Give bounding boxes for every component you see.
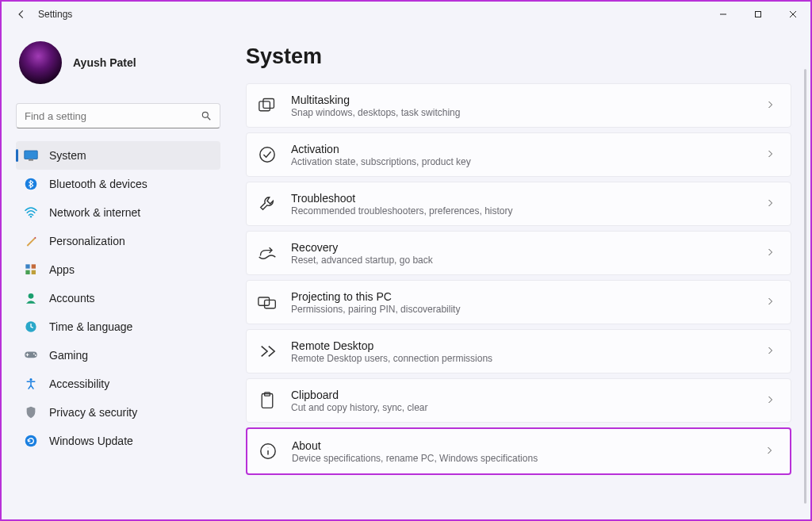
profile[interactable]: Ayush Patel <box>16 41 220 84</box>
card-title: Troubleshoot <box>291 192 751 205</box>
personalization-icon <box>24 234 38 248</box>
svg-point-18 <box>35 354 36 356</box>
maximize-button[interactable] <box>741 2 776 26</box>
sidebar-item-label: Gaming <box>49 349 88 362</box>
card-subtitle: Cut and copy history, sync, clear <box>291 402 751 413</box>
svg-point-4 <box>202 112 208 117</box>
card-multitasking[interactable]: MultitaskingSnap windows, desktops, task… <box>246 83 791 128</box>
card-text: MultitaskingSnap windows, desktops, task… <box>291 94 751 118</box>
sidebar-item-gaming[interactable]: Gaming <box>16 341 220 370</box>
sidebar-item-label: System <box>49 149 86 162</box>
bluetooth-icon <box>24 177 38 191</box>
card-text: Projecting to this PCPermissions, pairin… <box>291 290 751 315</box>
window-title: Settings <box>38 9 72 20</box>
svg-rect-24 <box>259 297 270 305</box>
chevron-right-icon <box>765 395 776 406</box>
chevron-right-icon <box>765 247 776 259</box>
sidebar-item-label: Privacy & security <box>49 406 137 419</box>
close-button[interactable] <box>776 2 810 26</box>
update-icon <box>24 434 38 448</box>
gaming-icon <box>24 348 38 362</box>
card-title: Clipboard <box>291 389 751 401</box>
sidebar: Ayush Patel SystemBluetooth & devicesNet… <box>2 27 232 519</box>
card-troubleshoot[interactable]: TroubleshootRecommended troubleshooters,… <box>246 182 791 226</box>
card-title: Recovery <box>291 241 751 254</box>
card-subtitle: Permissions, pairing PIN, discoverabilit… <box>291 304 751 315</box>
profile-name: Ayush Patel <box>73 56 136 69</box>
svg-rect-13 <box>32 270 36 274</box>
sidebar-item-label: Windows Update <box>49 435 133 447</box>
sidebar-item-accounts[interactable]: Accounts <box>16 284 220 312</box>
system-icon <box>24 148 38 163</box>
scrollbar[interactable] <box>804 69 806 504</box>
card-about[interactable]: AboutDevice specifications, rename PC, W… <box>246 427 791 475</box>
svg-point-19 <box>29 378 32 381</box>
sidebar-item-bluetooth[interactable]: Bluetooth & devices <box>16 170 220 198</box>
svg-rect-25 <box>265 300 276 308</box>
minimize-button[interactable] <box>706 2 741 26</box>
svg-point-9 <box>30 216 32 217</box>
projecting-icon <box>258 293 277 312</box>
time-icon <box>24 320 38 334</box>
chevron-right-icon <box>765 100 776 111</box>
svg-rect-12 <box>25 270 29 274</box>
privacy-icon <box>24 405 38 419</box>
svg-point-23 <box>260 147 274 162</box>
chevron-right-icon <box>765 346 776 357</box>
remote-icon <box>258 342 277 361</box>
nav: SystemBluetooth & devicesNetwork & inter… <box>16 141 220 455</box>
sidebar-item-label: Personalization <box>49 235 125 247</box>
clipboard-icon <box>258 391 277 410</box>
titlebar: Settings <box>2 2 810 27</box>
svg-rect-11 <box>32 264 36 268</box>
card-text: Remote DesktopRemote Desktop users, conn… <box>291 339 751 364</box>
sidebar-item-label: Time & language <box>49 320 132 333</box>
card-recovery[interactable]: RecoveryReset, advanced startup, go back <box>246 231 791 275</box>
card-text: ClipboardCut and copy history, sync, cle… <box>291 389 751 413</box>
sidebar-item-time[interactable]: Time & language <box>16 312 220 341</box>
card-text: TroubleshootRecommended troubleshooters,… <box>291 192 751 216</box>
sidebar-item-privacy[interactable]: Privacy & security <box>16 398 220 427</box>
card-projecting[interactable]: Projecting to this PCPermissions, pairin… <box>246 280 791 324</box>
sidebar-item-system[interactable]: System <box>16 141 220 170</box>
card-text: ActivationActivation state, subscription… <box>291 143 751 167</box>
card-activation[interactable]: ActivationActivation state, subscription… <box>246 132 791 177</box>
sidebar-item-update[interactable]: Windows Update <box>16 427 220 455</box>
card-subtitle: Reset, advanced startup, go back <box>291 255 751 266</box>
chevron-right-icon <box>764 446 776 457</box>
card-title: Multitasking <box>291 94 751 106</box>
sidebar-item-network[interactable]: Network & internet <box>16 198 220 227</box>
accessibility-icon <box>24 377 38 391</box>
svg-rect-10 <box>25 264 29 268</box>
card-clipboard[interactable]: ClipboardCut and copy history, sync, cle… <box>246 378 791 423</box>
card-title: Activation <box>291 143 751 155</box>
chevron-right-icon <box>765 198 776 209</box>
sidebar-item-personalization[interactable]: Personalization <box>16 227 220 255</box>
search-box[interactable] <box>16 103 220 128</box>
page-title: System <box>246 44 791 69</box>
search-input[interactable] <box>25 110 201 122</box>
svg-point-20 <box>25 435 37 447</box>
chevron-right-icon <box>765 149 776 160</box>
chevron-right-icon <box>765 297 776 308</box>
multitasking-icon <box>258 96 277 115</box>
svg-point-17 <box>33 353 35 354</box>
search-icon <box>201 110 212 121</box>
svg-rect-6 <box>25 151 38 159</box>
apps-icon <box>24 262 38 277</box>
troubleshoot-icon <box>258 194 277 213</box>
sidebar-item-label: Network & internet <box>49 206 140 219</box>
sidebar-item-accessibility[interactable]: Accessibility <box>16 370 220 398</box>
svg-point-14 <box>29 293 34 299</box>
back-button[interactable] <box>16 9 27 20</box>
svg-rect-1 <box>756 12 761 17</box>
card-subtitle: Device specifications, rename PC, Window… <box>292 453 750 464</box>
svg-line-5 <box>208 117 211 121</box>
card-remote[interactable]: Remote DesktopRemote Desktop users, conn… <box>246 329 791 374</box>
accounts-icon <box>24 291 38 305</box>
sidebar-item-apps[interactable]: Apps <box>16 255 220 284</box>
about-icon <box>259 442 278 461</box>
svg-rect-22 <box>263 99 274 109</box>
recovery-icon <box>258 243 277 262</box>
card-subtitle: Snap windows, desktops, task switching <box>291 107 751 118</box>
